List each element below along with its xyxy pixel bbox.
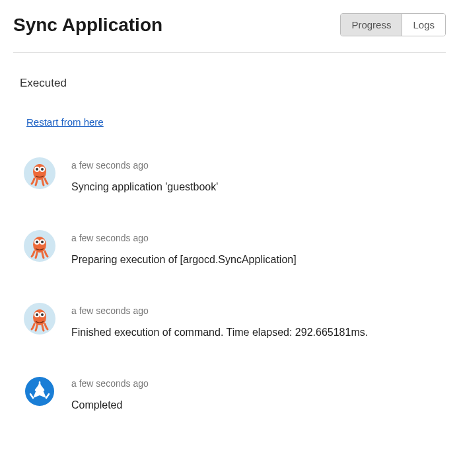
tabs-group: Progress Logs	[340, 13, 446, 36]
status-label: Executed	[13, 77, 446, 90]
log-timestamp: a few seconds ago	[71, 160, 218, 171]
avatar-octopus-icon	[24, 303, 55, 335]
log-message: Syncing application 'guestbook'	[71, 181, 218, 193]
avatar-octopus-icon	[24, 230, 55, 262]
log-content: a few seconds ago Preparing execution of…	[71, 230, 297, 266]
log-entry: a few seconds ago Preparing execution of…	[24, 230, 446, 266]
log-message: Preparing execution of [argocd.SyncAppli…	[71, 254, 297, 266]
log-entry: a few seconds ago Finished execution of …	[24, 303, 446, 338]
log-entry: a few seconds ago Completed	[24, 376, 446, 411]
tab-progress[interactable]: Progress	[341, 14, 402, 36]
log-message: Completed	[71, 399, 149, 411]
avatar-argo-icon	[24, 376, 55, 407]
svg-point-10	[36, 241, 38, 243]
page-title: Sync Application	[13, 15, 162, 36]
log-content: a few seconds ago Finished execution of …	[71, 303, 368, 338]
log-timestamp: a few seconds ago	[71, 305, 368, 316]
log-entries: a few seconds ago Syncing application 'g…	[13, 157, 446, 411]
log-entry: a few seconds ago Syncing application 'g…	[24, 157, 446, 193]
svg-point-5	[41, 168, 44, 171]
svg-point-16	[36, 313, 38, 316]
restart-link[interactable]: Restart from here	[26, 116, 104, 128]
svg-point-17	[41, 313, 44, 316]
header: Sync Application Progress Logs	[13, 13, 446, 53]
log-content: a few seconds ago Completed	[71, 376, 149, 411]
svg-point-4	[36, 168, 38, 171]
log-content: a few seconds ago Syncing application 'g…	[71, 157, 218, 193]
log-message: Finished execution of command. Time elap…	[71, 327, 368, 338]
status-section: Executed Restart from here	[13, 77, 446, 128]
log-timestamp: a few seconds ago	[71, 233, 297, 243]
log-timestamp: a few seconds ago	[71, 378, 149, 389]
tab-logs[interactable]: Logs	[402, 14, 445, 36]
svg-point-11	[41, 241, 44, 243]
avatar-octopus-icon	[24, 157, 55, 189]
